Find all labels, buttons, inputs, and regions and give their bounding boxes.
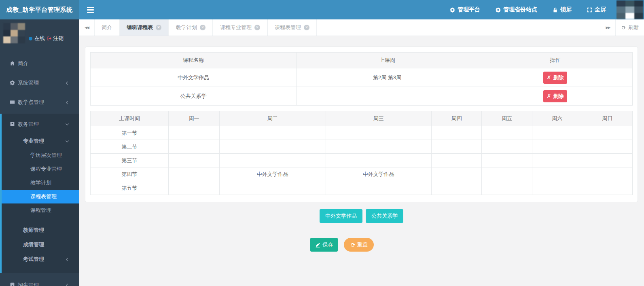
app-window: 成教_助学平台管理系统 管理平台管理省份站点锁屏全屏 在线 注销 简介系统管理教… [0,0,644,286]
schedule-cell[interactable] [532,181,582,195]
sidebar-item-教务管理[interactable]: 教务管理 [2,114,79,134]
topnav-管理平台[interactable]: 管理平台 [450,6,480,13]
schedule-cell[interactable] [582,167,633,181]
user-avatar[interactable] [3,23,25,43]
sidebar-item-课程表管理[interactable]: 课程表管理 [2,190,79,203]
tab-label: 教学计划 [176,24,197,31]
avatar[interactable] [616,0,643,19]
schedule-cell[interactable] [482,140,532,154]
schedule-cell[interactable] [482,126,532,140]
sidebar-item-成绩管理[interactable]: 成绩管理 [2,237,79,252]
schedule-cell[interactable] [219,140,326,154]
sidebar-item-招生管理[interactable]: 招生管理 [0,275,79,286]
sidebar-item-教学计划[interactable]: 教学计划 [2,176,79,190]
sidebar-item-教师管理[interactable]: 教师管理 [2,223,79,237]
schedule-cell[interactable] [219,126,326,140]
schedule-cell[interactable] [168,154,219,167]
tab-label: 简介 [102,24,112,31]
schedule-cell[interactable] [168,140,219,154]
main-content: 课程名称上课周操作 中外文学作品第2周 第3周✗删除公共关系学✗删除 上课时间周… [79,36,644,286]
schedule-cell[interactable] [582,140,633,154]
course-name-cell: 中外文学作品 [91,68,297,87]
schedule-cell[interactable] [326,181,431,195]
schedule-cell[interactable] [168,126,219,140]
refresh-label: 刷新 [628,24,639,31]
schedule-cell[interactable] [168,167,219,181]
hamburger-menu-icon[interactable] [87,7,94,13]
schedule-cell[interactable] [582,181,633,195]
topnav-全屏[interactable]: 全屏 [587,6,606,13]
schedule-cell[interactable] [532,154,582,167]
period-cell: 第三节 [91,154,169,167]
schedule-cell[interactable] [431,154,482,167]
schedule-cell[interactable] [326,126,431,140]
tabs-scroll-right-icon[interactable]: ▶▶ [600,19,615,36]
app-title: 成教_助学平台管理系统 [0,0,79,19]
tab-简介[interactable]: 简介 [94,19,119,36]
tab-close-icon[interactable]: × [304,25,309,30]
course-name-cell: 公共关系学 [91,87,297,106]
tab-课程专业管理[interactable]: 课程专业管理× [213,19,267,36]
schedule-cell[interactable] [431,181,482,195]
schedule-cell[interactable] [482,154,532,167]
tab-close-icon[interactable]: × [254,25,260,30]
delete-button[interactable]: ✗删除 [543,90,568,102]
tab-close-icon[interactable]: × [156,25,161,30]
schedule-cell[interactable] [219,154,326,167]
schedule-cell[interactable] [431,126,482,140]
tab-编辑课程表[interactable]: 编辑课程表× [119,19,169,36]
refresh-icon [621,25,626,30]
sidebar-item-简介[interactable]: 简介 [0,54,79,73]
delete-button[interactable]: ✗删除 [543,72,568,84]
schedule-cell[interactable] [582,154,633,167]
refresh-button[interactable]: 刷新 [615,19,644,36]
sidebar-item-考试管理[interactable]: 考试管理 [2,252,79,267]
topnav-label: 管理平台 [458,6,480,13]
column-header: 周一 [168,111,219,126]
schedule-cell[interactable] [219,181,326,195]
schedule-cell[interactable]: 中外文学作品 [219,167,326,181]
tab-close-icon[interactable]: × [200,25,205,30]
sidebar-item-课程专业管理[interactable]: 课程专业管理 [2,162,79,176]
schedule-cell[interactable] [482,167,532,181]
schedule-cell[interactable] [431,140,482,154]
tab-label: 课程表管理 [275,24,301,31]
schedule-cell[interactable] [168,181,219,195]
course-chip-button[interactable]: 公共关系学 [366,209,403,223]
course-chip-button[interactable]: 中外文学作品 [320,209,362,223]
sidebar-expanded-section: 教务管理专业管理学历层次管理课程专业管理教学计划课程表管理课程管理教师管理成绩管… [0,114,79,273]
schedule-cell[interactable] [582,126,633,140]
tab-课程表管理[interactable]: 课程表管理× [267,19,317,36]
topnav-管理省份站点[interactable]: 管理省份站点 [496,6,537,13]
course-weeks-cell [297,87,478,106]
sidebar-item-label: 考试管理 [23,256,44,262]
schedule-cell[interactable] [532,167,582,181]
column-header: 上课时间 [91,111,169,126]
topnav-锁屏[interactable]: 锁屏 [553,6,572,13]
sidebar-item-专业管理[interactable]: 专业管理 [2,134,79,148]
sidebar-item-学历层次管理[interactable]: 学历层次管理 [2,148,79,162]
schedule-cell[interactable]: 中外文学作品 [326,167,431,181]
chevL-icon [65,81,70,86]
schedule-cell[interactable] [326,140,431,154]
tab-教学计划[interactable]: 教学计划× [169,19,213,36]
reset-button[interactable]: 重置 [344,238,374,252]
course-weeks-cell: 第2周 第3周 [297,68,478,87]
column-header: 周三 [326,111,431,126]
sidebar-item-课程管理[interactable]: 课程管理 [2,203,79,217]
table-row: 第三节 [91,154,633,167]
logout-button[interactable]: 注销 [47,35,64,42]
topnav-label: 锁屏 [560,6,572,13]
sidebar-item-教学点管理[interactable]: 教学点管理 [0,93,79,112]
save-button[interactable]: 保存 [310,238,338,252]
topnav-label: 管理省份站点 [503,6,537,13]
topnav-label: 全屏 [595,6,606,13]
schedule-cell[interactable] [326,154,431,167]
sidebar-item-系统管理[interactable]: 系统管理 [0,73,79,93]
schedule-cell[interactable] [532,126,582,140]
tabs-scroll-left-icon[interactable]: ◀◀ [79,19,94,36]
schedule-cell[interactable] [431,167,482,181]
schedule-cell[interactable] [482,181,532,195]
schedule-cell[interactable] [532,140,582,154]
chevL-icon [65,283,70,286]
